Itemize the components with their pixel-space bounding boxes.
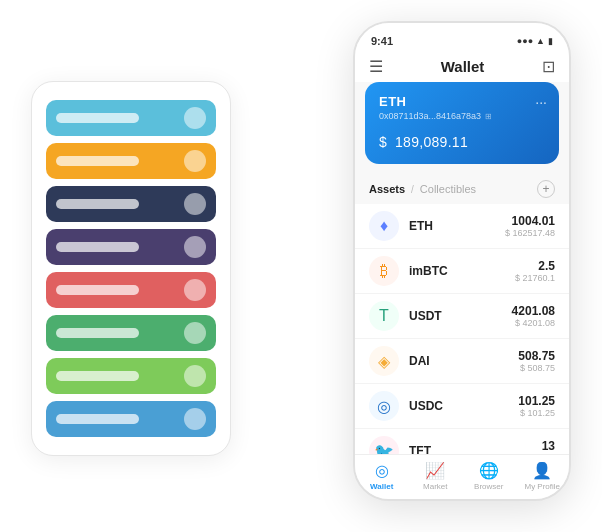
asset-icon: 🐦 [369, 436, 399, 454]
asset-icon: T [369, 301, 399, 331]
phone-body: ETH 0x08711d3a...8416a78a3 ⊞ $ 189,089.1… [355, 82, 569, 454]
nav-item-market[interactable]: 📈Market [409, 461, 463, 491]
asset-list: ♦ETH1004.01$ 162517.48₿imBTC2.5$ 21760.1… [355, 204, 569, 454]
asset-icon: ♦ [369, 211, 399, 241]
asset-amounts: 130 [542, 439, 555, 454]
asset-amounts: 4201.08$ 4201.08 [512, 304, 555, 328]
card-stack-item[interactable] [46, 143, 216, 179]
currency-symbol: $ [379, 134, 387, 150]
assets-header: Assets / Collectibles + [355, 174, 569, 204]
nav-item-my-profile[interactable]: 👤My Profile [516, 461, 570, 491]
card-item-circle [184, 279, 206, 301]
asset-amount-secondary: $ 508.75 [518, 363, 555, 373]
card-item-circle [184, 107, 206, 129]
asset-amounts: 1004.01$ 162517.48 [505, 214, 555, 238]
asset-row[interactable]: ₿imBTC2.5$ 21760.1 [355, 249, 569, 294]
asset-icon: ◈ [369, 346, 399, 376]
card-item-bar [56, 414, 139, 424]
asset-amount-primary: 101.25 [518, 394, 555, 408]
card-stack [31, 81, 231, 456]
asset-amount-secondary: $ 21760.1 [515, 273, 555, 283]
signal-icon: ●●● [517, 36, 533, 46]
status-icons: ●●● ▲ ▮ [517, 36, 553, 46]
card-stack-item[interactable] [46, 229, 216, 265]
phone-header: ☰ Wallet ⊡ [355, 51, 569, 82]
tab-assets[interactable]: Assets [369, 183, 405, 195]
card-item-bar [56, 199, 139, 209]
asset-amount-primary: 508.75 [518, 349, 555, 363]
phone: 9:41 ●●● ▲ ▮ ☰ Wallet ⊡ ETH 0x08711d3a..… [353, 21, 571, 501]
asset-amounts: 101.25$ 101.25 [518, 394, 555, 418]
card-item-bar [56, 371, 139, 381]
asset-amount-secondary: $ 101.25 [518, 408, 555, 418]
nav-label-my-profile: My Profile [524, 482, 560, 491]
card-item-circle [184, 193, 206, 215]
menu-icon[interactable]: ☰ [369, 57, 383, 76]
status-time: 9:41 [371, 35, 393, 47]
tab-divider: / [411, 184, 414, 195]
bottom-nav: ◎Wallet📈Market🌐Browser👤My Profile [355, 454, 569, 499]
nav-icon-browser: 🌐 [479, 461, 499, 480]
asset-row[interactable]: TUSDT4201.08$ 4201.08 [355, 294, 569, 339]
asset-name: USDT [409, 309, 512, 323]
status-bar: 9:41 ●●● ▲ ▮ [355, 23, 569, 51]
copy-icon[interactable]: ⊞ [485, 112, 492, 121]
asset-name: DAI [409, 354, 518, 368]
card-item-circle [184, 236, 206, 258]
eth-card-name: ETH [379, 94, 545, 109]
tab-collectibles[interactable]: Collectibles [420, 183, 476, 195]
asset-amount-secondary: $ 162517.48 [505, 228, 555, 238]
card-item-bar [56, 285, 139, 295]
card-stack-item[interactable] [46, 272, 216, 308]
page-title: Wallet [441, 58, 485, 75]
add-asset-button[interactable]: + [537, 180, 555, 198]
nav-item-browser[interactable]: 🌐Browser [462, 461, 516, 491]
eth-card-amount: $ 189,089.11 [379, 129, 545, 152]
eth-card-address: 0x08711d3a...8416a78a3 ⊞ [379, 111, 545, 121]
card-item-bar [56, 156, 139, 166]
asset-row[interactable]: ◈DAI508.75$ 508.75 [355, 339, 569, 384]
asset-name: USDC [409, 399, 518, 413]
card-stack-item[interactable] [46, 315, 216, 351]
asset-row[interactable]: ◎USDC101.25$ 101.25 [355, 384, 569, 429]
asset-row[interactable]: ♦ETH1004.01$ 162517.48 [355, 204, 569, 249]
asset-name: TFT [409, 444, 542, 454]
asset-name: ETH [409, 219, 505, 233]
scan-icon[interactable]: ⊡ [542, 57, 555, 76]
card-stack-item[interactable] [46, 358, 216, 394]
nav-icon-my-profile: 👤 [532, 461, 552, 480]
asset-amount-primary: 13 [542, 439, 555, 453]
eth-balance: 189,089.11 [395, 134, 468, 150]
asset-icon: ₿ [369, 256, 399, 286]
battery-icon: ▮ [548, 36, 553, 46]
asset-amount-primary: 2.5 [515, 259, 555, 273]
card-item-circle [184, 408, 206, 430]
asset-amount-secondary: $ 4201.08 [512, 318, 555, 328]
nav-icon-wallet: ◎ [375, 461, 389, 480]
card-item-bar [56, 328, 139, 338]
nav-item-wallet[interactable]: ◎Wallet [355, 461, 409, 491]
assets-tabs: Assets / Collectibles [369, 183, 476, 195]
nav-label-browser: Browser [474, 482, 503, 491]
nav-label-wallet: Wallet [370, 482, 393, 491]
asset-name: imBTC [409, 264, 515, 278]
asset-amount-primary: 1004.01 [505, 214, 555, 228]
eth-card: ETH 0x08711d3a...8416a78a3 ⊞ $ 189,089.1… [365, 82, 559, 164]
asset-row[interactable]: 🐦TFT130 [355, 429, 569, 454]
asset-icon: ◎ [369, 391, 399, 421]
nav-icon-market: 📈 [425, 461, 445, 480]
card-item-bar [56, 242, 139, 252]
card-stack-item[interactable] [46, 186, 216, 222]
card-stack-item[interactable] [46, 401, 216, 437]
card-item-circle [184, 322, 206, 344]
card-stack-item[interactable] [46, 100, 216, 136]
card-item-circle [184, 150, 206, 172]
scene: 9:41 ●●● ▲ ▮ ☰ Wallet ⊡ ETH 0x08711d3a..… [21, 21, 581, 511]
asset-amount-primary: 4201.08 [512, 304, 555, 318]
asset-amounts: 508.75$ 508.75 [518, 349, 555, 373]
card-item-circle [184, 365, 206, 387]
wifi-icon: ▲ [536, 36, 545, 46]
card-item-bar [56, 113, 139, 123]
eth-card-menu[interactable]: ··· [535, 94, 547, 110]
nav-label-market: Market [423, 482, 447, 491]
